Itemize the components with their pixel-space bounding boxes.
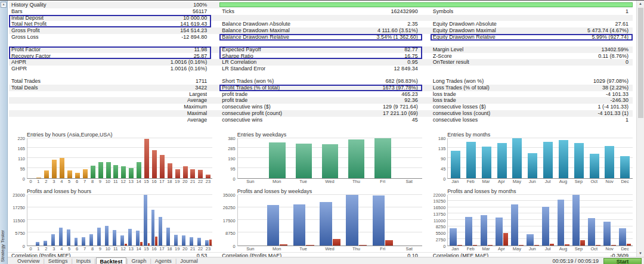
profit-bar	[588, 218, 595, 245]
scroll-up-icon[interactable]: ▲	[637, 1, 644, 7]
profit-bar	[113, 230, 116, 246]
entries-bar	[44, 170, 49, 178]
loss-bar	[457, 245, 462, 246]
entries-bar	[543, 142, 553, 178]
tab-inputs[interactable]: Inputs	[73, 257, 95, 264]
bar-slot	[73, 138, 81, 178]
stat-cell: Balance Drawdown Relative3.54% (1 362.60…	[219, 34, 422, 41]
stat-cell: Total Deals3422	[9, 85, 211, 91]
entries-bar	[98, 162, 103, 178]
profit-bar	[619, 228, 626, 246]
chart-entries-by-months: Entries by months04590135180JanFebMarApr…	[429, 132, 633, 185]
entries-bar	[106, 162, 111, 178]
bar-slot	[396, 138, 422, 178]
bar-slot	[89, 195, 97, 246]
x-axis: JanFebMarAprMayJunJulAugSepOctNovDec	[447, 179, 633, 185]
bar-slot	[27, 138, 35, 178]
profit-bar	[346, 195, 358, 246]
bar-slot	[135, 138, 143, 178]
bar-slot	[343, 195, 370, 246]
bar-slot	[510, 195, 525, 246]
stat-block: History Quality100%Bars56117Ticks1624329…	[9, 2, 633, 41]
entries-bar	[374, 138, 391, 178]
loss-bar	[596, 245, 600, 246]
entries-bar	[348, 139, 364, 178]
bar-slot	[205, 195, 212, 246]
bar-slot	[143, 138, 151, 178]
stats-table: History Quality100%Bars56117Ticks1624329…	[8, 1, 636, 129]
profit-bar	[51, 234, 55, 245]
profit-bar	[75, 238, 78, 245]
stat-row: Largestprofit trade465.23loss trade-4 10…	[9, 91, 633, 98]
entries-bar	[121, 166, 126, 178]
stat-cell: Equity Drawdown Maximal5 473.74 (4.67%)	[431, 27, 633, 34]
stat-row: GHPR1.0016 (0.16%)LR Standard Error12 84…	[9, 66, 633, 72]
stat-cell: Maximum	[9, 104, 211, 110]
stat-cell: OnTester result0	[431, 59, 633, 66]
loss-bar	[488, 245, 493, 246]
charts-grid: Entries by hours (Asia,Europe,USA)055110…	[8, 129, 636, 252]
profit-bar	[496, 218, 503, 246]
profit-bar	[144, 195, 147, 246]
bar-slot	[81, 195, 89, 246]
loss-bar	[155, 237, 157, 245]
bar-slot	[51, 195, 58, 246]
stat-row: Total Deals3422Profit Trades (% of total…	[9, 85, 633, 91]
stat-cell: Ticks162432990	[219, 8, 422, 15]
profit-bar	[603, 222, 611, 246]
tab-overview[interactable]: Overview	[14, 257, 44, 264]
close-icon[interactable]: ×	[1, 2, 7, 8]
correlation-cell: Correlation (MFE,MAE)-0.3609	[431, 253, 633, 257]
profit-bar	[36, 242, 39, 246]
entries-bar	[482, 147, 491, 178]
stat-cell: Maximal	[9, 110, 211, 117]
stat-cell: consecutive losses1	[431, 117, 633, 123]
stat-cell: Profit Trades (% of total)1673 (97.78%)	[219, 85, 422, 91]
tab-agents[interactable]: Agents	[151, 257, 175, 264]
scroll-down-icon[interactable]: ▼	[637, 250, 644, 257]
bar-slot	[166, 138, 174, 178]
stat-cell: LR Standard Error12 849.34	[219, 66, 422, 72]
profit-bar	[190, 237, 193, 245]
entries-bar	[512, 138, 522, 178]
docked-panel-edge: × Strategy Tester	[0, 1, 8, 264]
bar-slot	[587, 195, 602, 246]
profit-bar	[373, 195, 385, 246]
progress-fill	[219, 2, 633, 7]
start-button[interactable]: Start	[603, 258, 642, 264]
entries-bar	[206, 175, 210, 178]
bottom-bar: Overview|Settings|Inputs|Backtest|Graph|…	[8, 257, 644, 264]
chart-pl-by-hours: Profits and losses by hours0575011500172…	[9, 188, 212, 252]
y-axis: 08750175002625035000	[219, 195, 237, 246]
tab-backtest[interactable]: Backtest	[96, 257, 127, 264]
bar-slot	[602, 195, 617, 246]
bar-slot	[587, 138, 602, 178]
entries-bar	[605, 146, 614, 178]
stat-cell: Profit Factor11.98	[9, 46, 211, 53]
profit-bar	[197, 238, 201, 246]
loss-bar	[550, 244, 555, 245]
tab-settings[interactable]: Settings	[45, 257, 72, 264]
profit-bar	[542, 207, 549, 246]
strategy-tester-panel: × Strategy Tester History Quality100%Bar…	[0, 0, 644, 264]
stat-cell: profit trade465.23	[219, 91, 422, 98]
bar-slot	[135, 195, 143, 246]
stat-cell: Long Trades (won %)1029 (97.08%)	[431, 78, 633, 85]
vertical-scrollbar[interactable]: ▲ ▼	[636, 1, 644, 257]
profit-bar	[205, 240, 209, 246]
profit-bar	[151, 210, 155, 246]
profit-bar	[527, 234, 534, 246]
tab-journal[interactable]: Journal	[177, 257, 202, 264]
bar-slot	[35, 195, 43, 246]
stat-row: Total Net Profit141 619.43Balance Drawdo…	[9, 21, 633, 27]
entries-bar	[497, 143, 507, 178]
tab-graph[interactable]: Graph	[128, 257, 150, 264]
loss-bar	[148, 243, 150, 245]
bar-slot	[189, 195, 197, 246]
profit-bar	[572, 195, 580, 246]
loss-bar	[140, 242, 143, 246]
bar-slot	[104, 195, 112, 246]
panel-vertical-title: Strategy Tester	[0, 230, 8, 262]
x-axis: SunMonTueWedThuFriSat	[237, 179, 423, 185]
scrollbar-thumb[interactable]	[638, 8, 643, 118]
